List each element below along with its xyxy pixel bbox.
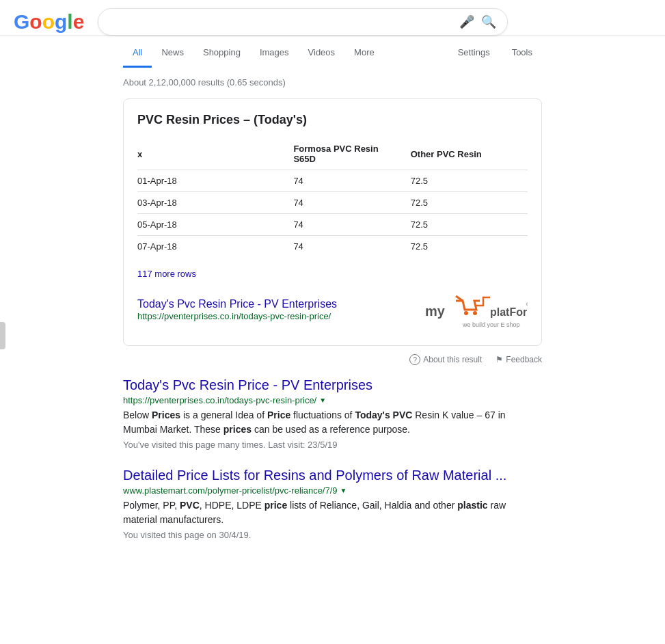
result-2-title[interactable]: Detailed Price Lists for Resins and Poly… xyxy=(123,468,506,483)
result-1-description: Below Prices is a general Idea of Price … xyxy=(123,408,542,437)
table-cell-formosa: 74 xyxy=(293,214,410,236)
result-2-dropdown-icon[interactable]: ▼ xyxy=(340,487,347,494)
svg-text:my: my xyxy=(425,304,446,319)
about-result-label: About this result xyxy=(423,355,482,364)
table-cell-formosa: 74 xyxy=(293,192,410,214)
tab-news[interactable]: News xyxy=(152,39,193,68)
featured-snippet: PVC Resin Prices – (Today's) x Formosa P… xyxy=(123,98,542,346)
table-cell-date: 03-Apr-18 xyxy=(137,192,293,214)
table-cell-other: 72.5 xyxy=(411,192,528,214)
snippet-source-url: https://pventerprises.co.in/todays-pvc-r… xyxy=(137,311,331,321)
table-cell-other: 72.5 xyxy=(411,170,528,192)
logo-o1: o xyxy=(29,10,42,33)
result-1-url-row: https://pventerprises.co.in/todays-pvc-r… xyxy=(123,395,542,405)
logo-o2: o xyxy=(42,10,55,33)
table-cell-other: 72.5 xyxy=(411,236,528,258)
svg-point-1 xyxy=(473,311,477,315)
table-cell-date: 05-Apr-18 xyxy=(137,214,293,236)
table-row: 07-Apr-18 74 72.5 xyxy=(137,236,528,258)
feedback-label: Feedback xyxy=(506,355,542,364)
table-header-other: Other PVC Resin xyxy=(411,138,528,170)
table-cell-date: 01-Apr-18 xyxy=(137,170,293,192)
about-result-button[interactable]: ? About this result xyxy=(409,354,482,365)
search-bar: todays pvc price 🎤 🔍 xyxy=(98,8,508,36)
search-submit-icon[interactable]: 🔍 xyxy=(481,14,496,29)
table-cell-formosa: 74 xyxy=(293,236,410,258)
table-row: 05-Apr-18 74 72.5 xyxy=(137,214,528,236)
scroll-indicator xyxy=(0,322,5,349)
table-cell-formosa: 74 xyxy=(293,170,410,192)
flag-icon: ⚑ xyxy=(496,355,503,364)
search-result-1: Today's Pvc Resin Price - PV Enterprises… xyxy=(123,376,542,450)
svg-text:®: ® xyxy=(526,301,528,308)
logo-g: G xyxy=(14,10,29,33)
myplatform-logo-svg: my platForm ® we build your E shop xyxy=(425,287,528,332)
result-1-visited: You've visited this page many times. Las… xyxy=(123,440,542,450)
feedback-button[interactable]: ⚑ Feedback xyxy=(496,355,542,364)
svg-text:platForm: platForm xyxy=(490,306,528,318)
table-header-x: x xyxy=(137,138,293,170)
nav-right: Settings Tools xyxy=(448,39,542,68)
google-logo[interactable]: Google xyxy=(14,10,84,33)
header: Google todays pvc price 🎤 🔍 xyxy=(0,0,665,36)
microphone-icon[interactable]: 🎤 xyxy=(459,14,474,29)
snippet-source: Today's Pvc Resin Price - PV Enterprises… xyxy=(137,298,337,321)
search-icons: 🎤 🔍 xyxy=(459,14,496,29)
table-header-formosa: Formosa PVC Resin S65D xyxy=(293,138,410,170)
svg-point-0 xyxy=(464,311,468,315)
results-count: About 2,12,00,000 results (0.65 seconds) xyxy=(123,77,542,88)
logo-g2: g xyxy=(55,10,67,33)
search-input[interactable]: todays pvc price xyxy=(109,16,459,28)
logo-e: e xyxy=(73,10,85,33)
tab-shopping[interactable]: Shopping xyxy=(193,39,250,68)
table-cell-other: 72.5 xyxy=(411,214,528,236)
more-rows-link[interactable]: 117 more rows xyxy=(137,269,196,279)
table-cell-date: 07-Apr-18 xyxy=(137,236,293,258)
snippet-source-title[interactable]: Today's Pvc Resin Price - PV Enterprises xyxy=(137,298,337,310)
result-2-description: Polymer, PP, PVC, HDPE, LDPE price lists… xyxy=(123,498,542,527)
snippet-logo: my platForm ® we build your E shop xyxy=(425,287,528,332)
price-table: x Formosa PVC Resin S65D Other PVC Resin… xyxy=(137,138,528,257)
result-1-url: https://pventerprises.co.in/todays-pvc-r… xyxy=(123,395,316,405)
nav-tabs: All News Shopping Images Videos More Set… xyxy=(0,39,665,68)
search-result-2: Detailed Price Lists for Resins and Poly… xyxy=(123,466,542,540)
tab-images[interactable]: Images xyxy=(250,39,299,68)
result-2-url-row: www.plastemart.com/polymer-pricelist/pvc… xyxy=(123,485,542,496)
tab-settings[interactable]: Settings xyxy=(448,39,500,68)
snippet-title: PVC Resin Prices – (Today's) xyxy=(137,113,528,127)
tab-all[interactable]: All xyxy=(123,39,152,68)
result-1-title[interactable]: Today's Pvc Resin Price - PV Enterprises xyxy=(123,377,372,392)
table-row: 03-Apr-18 74 72.5 xyxy=(137,192,528,214)
tab-more[interactable]: More xyxy=(344,39,384,68)
results-area: About 2,12,00,000 results (0.65 seconds)… xyxy=(0,77,665,540)
tab-tools[interactable]: Tools xyxy=(502,39,542,68)
result-2-visited: You visited this page on 30/4/19. xyxy=(123,530,542,540)
result-1-dropdown-icon[interactable]: ▼ xyxy=(319,397,326,404)
svg-text:we build your E shop: we build your E shop xyxy=(462,321,520,328)
tab-videos[interactable]: Videos xyxy=(299,39,345,68)
logo-l: l xyxy=(67,10,72,33)
question-icon: ? xyxy=(409,354,420,365)
table-row: 01-Apr-18 74 72.5 xyxy=(137,170,528,192)
snippet-bottom: Today's Pvc Resin Price - PV Enterprises… xyxy=(137,287,528,332)
result-meta: ? About this result ⚑ Feedback xyxy=(123,354,542,365)
result-2-url: www.plastemart.com/polymer-pricelist/pvc… xyxy=(123,485,338,496)
